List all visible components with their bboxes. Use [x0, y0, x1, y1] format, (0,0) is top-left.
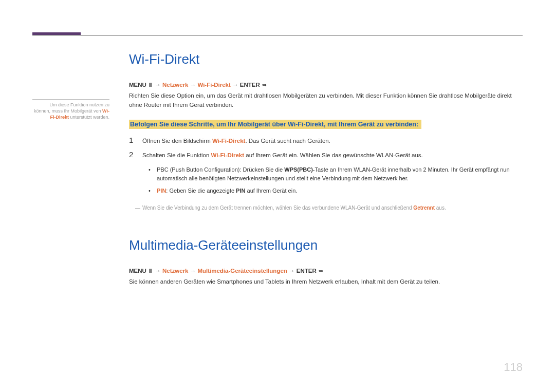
step-2-number: 2 [129, 151, 135, 198]
bc-arrow: → [190, 268, 196, 274]
bc-enter: ENTER [297, 268, 317, 274]
bc-network: Netzwerk [162, 82, 189, 88]
bc-network: Netzwerk [162, 268, 189, 274]
b1-strong: WPS(PBC) [284, 166, 313, 173]
section1-title: Wi-Fi-Direkt [129, 51, 523, 67]
top-rule [32, 35, 523, 35]
breadcrumb-1: MENU Ⅲ → Netzwerk → Wi-Fi-Direkt → ENTER… [129, 82, 523, 88]
bullet-pbc: • PBC (Push Button Configuration): Drück… [149, 165, 523, 183]
disconnect-note: Wenn Sie die Verbindung zu dem Gerät tre… [142, 204, 523, 212]
note-post: aus. [435, 205, 446, 211]
step-1-body: Öffnen Sie den Bildschirm Wi-Fi-Direkt. … [142, 136, 523, 145]
sidebar-note-pre: Um diese Funktion nutzen zu können, muss… [34, 102, 109, 114]
b2-hl: PIN [157, 188, 166, 194]
step-2: 2 Schalten Sie die Funktion Wi-Fi-Direkt… [129, 151, 523, 198]
step-2-body: Schalten Sie die Funktion Wi-Fi-Direkt a… [142, 151, 523, 198]
step-1-hl: Wi-Fi-Direkt [212, 138, 245, 144]
b2-mid: : Geben Sie die angezeigte [166, 188, 236, 194]
bullet-icon: • [149, 186, 152, 196]
step-1-pre: Öffnen Sie den Bildschirm [142, 138, 212, 144]
bullet-pbc-text: PBC (Push Button Configuration): Drücken… [157, 165, 523, 183]
bullet-pin-text: PIN: Geben Sie die angezeigte PIN auf Ih… [157, 186, 297, 196]
section2-title: Multimedia-Geräteeinstellungen [129, 237, 523, 253]
step-2-bullets: • PBC (Push Button Configuration): Drück… [149, 165, 523, 196]
bc-arrow: → [289, 268, 295, 274]
b2-post: auf Ihrem Gerät ein. [245, 188, 297, 194]
step-2-post: auf Ihrem Gerät ein. Wählen Sie das gewü… [244, 152, 423, 158]
section1-description: Richten Sie diese Option ein, um das Ger… [129, 91, 523, 110]
step-1-number: 1 [129, 136, 135, 145]
menu-icon: Ⅲ [148, 268, 153, 274]
section2-description: Sie können anderen Geräten wie Smartphon… [129, 277, 523, 287]
note-pre: Wenn Sie die Verbindung zu dem Gerät tre… [142, 205, 413, 211]
step-2-pre: Schalten Sie die Funktion [142, 152, 211, 158]
breadcrumb-2: MENU Ⅲ → Netzwerk → Multimedia-Geräteein… [129, 268, 523, 274]
menu-icon: Ⅲ [148, 82, 153, 88]
bc-arrow: → [155, 82, 161, 88]
bc-enter: ENTER [240, 82, 260, 88]
main-content: Wi-Fi-Direkt MENU Ⅲ → Netzwerk → Wi-Fi-D… [129, 51, 523, 296]
step-1: 1 Öffnen Sie den Bildschirm Wi-Fi-Direkt… [129, 136, 523, 145]
bc-item: Multimedia-Geräteeinstellungen [197, 268, 287, 274]
page-number: 118 [504, 361, 523, 374]
bc-menu: MENU [129, 268, 146, 274]
highlight-instruction: Befolgen Sie diese Schritte, um Ihr Mobi… [129, 120, 421, 129]
b2-strong: PIN [236, 188, 245, 194]
bc-item: Wi-Fi-Direkt [197, 82, 230, 88]
bc-arrow: → [190, 82, 196, 88]
bc-arrow: → [232, 82, 238, 88]
b1-pre: PBC (Push Button Configuration): Drücken… [157, 166, 284, 173]
enter-icon: ➥ [318, 268, 324, 274]
sidebar-note-post: unterstützt werden. [69, 115, 109, 120]
bc-menu: MENU [129, 82, 146, 88]
enter-icon: ➥ [262, 82, 267, 88]
step-1-post: . Das Gerät sucht nach Geräten. [245, 138, 330, 144]
bullet-icon: • [149, 165, 152, 183]
note-hl: Getrennt [413, 205, 435, 211]
section-2: Multimedia-Geräteeinstellungen MENU Ⅲ → … [129, 237, 523, 287]
bc-arrow: → [155, 268, 161, 274]
step-2-hl: Wi-Fi-Direkt [211, 152, 244, 158]
sidebar-note: Um diese Funktion nutzen zu können, muss… [32, 99, 109, 120]
bullet-pin: • PIN: Geben Sie die angezeigte PIN auf … [149, 186, 523, 196]
